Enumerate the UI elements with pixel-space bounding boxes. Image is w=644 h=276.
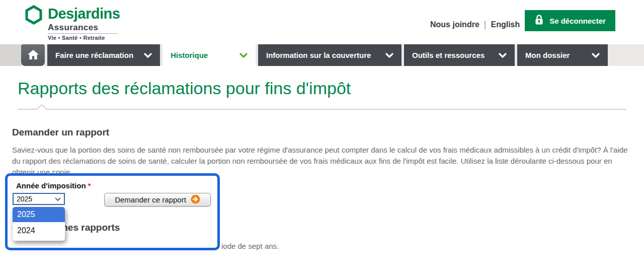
brand-name: Desjardins (48, 5, 120, 22)
dropdown-option-2024[interactable]: 2024 (13, 224, 65, 237)
nav-tab-label: Mon dossier (525, 51, 570, 59)
home-icon (28, 50, 39, 61)
brand-divider (48, 33, 118, 34)
nav-tab-label: Historique (171, 51, 208, 59)
highlight-annotation-box: Année d'imposition * 2025 Demander ce ra… (5, 173, 220, 250)
required-asterisk: * (88, 181, 91, 190)
nav-home-tab[interactable] (21, 44, 45, 66)
logout-label: Se déconnecter (549, 17, 606, 25)
nav-tab-label: Faire une réclamation (55, 51, 133, 59)
lock-icon (534, 15, 544, 27)
nav-left-cap (0, 44, 21, 66)
retention-note-fragment: iode de sept ans. (221, 242, 279, 250)
desjardins-logo[interactable]: Desjardins Assurances Vie • Santé • Retr… (25, 5, 120, 41)
header-links: Nous joindre | English (430, 19, 520, 30)
main-navigation: Faire une réclamation Historique Informa… (0, 44, 644, 66)
site-header: Desjardins Assurances Vie • Santé • Retr… (0, 0, 644, 44)
nav-tab-outils-ressources[interactable]: Outils et ressources (404, 44, 515, 66)
nav-tab-faire-une-reclamation[interactable]: Faire une réclamation (47, 44, 160, 66)
contact-link[interactable]: Nous joindre (430, 20, 479, 29)
brand-tagline: Vie • Santé • Retraite (48, 35, 120, 41)
nav-tab-label: Outils et ressources (412, 51, 485, 59)
chevron-down-icon (499, 51, 507, 59)
hexagon-logo-icon (25, 5, 42, 27)
submit-label: Demander ce rapport (115, 195, 186, 204)
request-report-button[interactable]: Demander ce rapport (104, 193, 211, 206)
select-value: 2025 (17, 195, 32, 203)
dropdown-option-2025[interactable]: 2025 (13, 207, 65, 222)
chevron-down-icon (385, 51, 393, 59)
title-underline (18, 104, 626, 113)
nav-tab-label: Information sur la couverture (266, 51, 371, 59)
language-link[interactable]: English (491, 20, 520, 29)
nav-tab-historique[interactable]: Historique (163, 44, 256, 66)
nav-tab-information-couverture[interactable]: Information sur la couverture (258, 44, 401, 66)
tax-year-label: Année d'imposition * (16, 181, 91, 190)
tax-year-select[interactable]: 2025 (13, 193, 65, 205)
select-chevron-icon (55, 195, 61, 203)
chevron-down-icon (144, 51, 152, 59)
page-title: Rapports des réclamations pour fins d'im… (18, 79, 351, 98)
logout-button[interactable]: Se déconnecter (525, 10, 615, 31)
chevron-down-icon (239, 51, 248, 59)
link-separator: | (484, 19, 487, 30)
chevron-down-icon (592, 51, 600, 59)
request-report-heading: Demander un rapport (12, 127, 109, 138)
brand-division: Assurances (48, 23, 120, 32)
arrow-right-circle-icon (191, 194, 200, 205)
tax-year-dropdown: 2025 2024 (13, 207, 65, 241)
nav-tab-mon-dossier[interactable]: Mon dossier (517, 44, 608, 66)
